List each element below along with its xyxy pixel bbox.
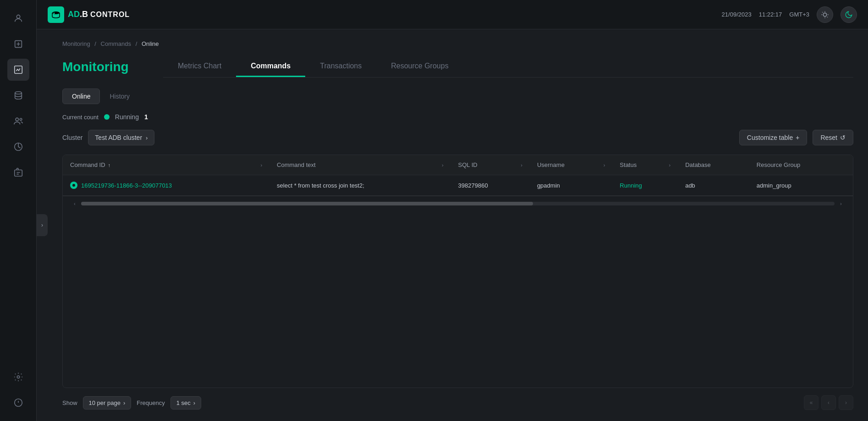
- cell-sql-id: 398279860: [451, 175, 530, 196]
- sidebar-item-database[interactable]: [7, 84, 29, 106]
- night-mode-button[interactable]: [841, 6, 857, 23]
- breadcrumb-sep-2: /: [136, 40, 137, 47]
- col-status: Status ›: [612, 155, 678, 175]
- col-sql-id-expand[interactable]: ›: [521, 162, 522, 168]
- svg-rect-7: [14, 170, 22, 177]
- col-username: Username ›: [530, 155, 612, 175]
- table-element: Command ID ↑ › Command text ›: [63, 155, 853, 196]
- current-count-label: Current count: [62, 114, 99, 121]
- running-count: 1: [144, 113, 148, 121]
- col-username-expand[interactable]: ›: [604, 162, 605, 168]
- svg-point-12: [823, 13, 827, 17]
- cell-database: adb: [678, 175, 749, 196]
- tab-resource-groups[interactable]: Resource Groups: [376, 56, 463, 77]
- theme-toggle-button[interactable]: [817, 6, 833, 23]
- plus-icon: +: [796, 134, 799, 141]
- col-resource-group: Resource Group: [749, 155, 853, 175]
- per-page-select[interactable]: 10 per page ›: [83, 396, 132, 410]
- col-sql-id: SQL ID ›: [451, 155, 530, 175]
- tab-commands[interactable]: Commands: [236, 56, 305, 77]
- sidebar-item-user[interactable]: [7, 7, 29, 29]
- reset-label: Reset: [820, 134, 837, 141]
- sidebar-item-info[interactable]: [7, 392, 29, 414]
- header: AD.B CONTROL 21/09/2023 11:22:17 GMT+3: [37, 0, 868, 29]
- col-command-id: Command ID ↑ ›: [63, 155, 269, 175]
- sidebar-item-export[interactable]: [7, 33, 29, 55]
- tabs-container: Metrics Chart Commands Transactions Reso…: [163, 56, 853, 78]
- page-title: Monitoring: [62, 60, 163, 74]
- logo-ad: AD: [68, 10, 80, 19]
- sub-tab-online[interactable]: Online: [62, 89, 100, 104]
- reset-icon: ↺: [840, 134, 846, 141]
- col-command-id-label: Command ID: [70, 161, 105, 168]
- customize-table-button[interactable]: Customize table +: [739, 130, 808, 145]
- toolbar-right: Customize table + Reset ↺: [739, 130, 853, 145]
- header-date: 21/09/2023: [722, 11, 752, 18]
- sidebar-item-analytics[interactable]: [7, 136, 29, 158]
- col-expand-icon[interactable]: ›: [260, 162, 262, 168]
- next-page-button[interactable]: ›: [839, 395, 853, 410]
- cell-command-text: select * from test cross join test2;: [269, 175, 450, 196]
- svg-point-10: [52, 11, 60, 14]
- cell-resource-group: admin_group: [749, 175, 853, 196]
- command-id-link[interactable]: 1695219736-11866-3--209077013: [81, 182, 172, 189]
- scroll-thumb: [81, 202, 533, 205]
- header-right: 21/09/2023 11:22:17 GMT+3: [722, 6, 857, 23]
- status-value: Running: [620, 182, 642, 189]
- sub-tab-history[interactable]: History: [100, 89, 139, 104]
- toolbar: Cluster Test ADB cluster › Customize tab…: [62, 130, 853, 145]
- breadcrumb: Monitoring / Commands / Online: [62, 40, 853, 47]
- svg-point-8: [17, 376, 20, 378]
- breadcrumb-online[interactable]: Online: [142, 40, 159, 47]
- logo-b: .B: [80, 10, 88, 19]
- logo-text: AD.B CONTROL: [68, 10, 130, 19]
- pagination-controls: « ‹ ›: [804, 395, 853, 410]
- status-bar: Current count Running 1: [62, 113, 853, 121]
- sidebar-expand-toggle[interactable]: ›: [37, 214, 48, 236]
- row-status-indicator: [70, 182, 77, 189]
- col-resource-group-label: Resource Group: [757, 161, 800, 168]
- scroll-right-arrow[interactable]: ›: [836, 199, 846, 208]
- frequency-select[interactable]: 1 sec ›: [170, 396, 201, 410]
- commands-table: Command ID ↑ › Command text ›: [62, 155, 853, 388]
- svg-point-3: [15, 92, 22, 94]
- sidebar-item-settings[interactable]: [7, 366, 29, 388]
- tab-metrics-chart[interactable]: Metrics Chart: [163, 56, 236, 77]
- chevron-right-icon: ›: [146, 134, 148, 141]
- col-database: Database: [678, 155, 749, 175]
- col-status-label: Status: [620, 161, 637, 168]
- page-body: › Monitoring / Commands / Online Monitor…: [37, 29, 868, 421]
- frequency-label: Frequency: [137, 399, 165, 406]
- show-label: Show: [62, 399, 77, 406]
- cluster-value: Test ADB cluster: [95, 134, 142, 141]
- svg-point-11: [54, 12, 55, 14]
- table-header-row: Command ID ↑ › Command text ›: [63, 155, 853, 175]
- cluster-select[interactable]: Test ADB cluster ›: [88, 130, 154, 145]
- cluster-label: Cluster: [62, 134, 82, 141]
- main-container: AD.B CONTROL 21/09/2023 11:22:17 GMT+3 ›…: [37, 0, 868, 421]
- scroll-track[interactable]: [81, 202, 835, 205]
- prev-page-button[interactable]: ‹: [821, 395, 836, 410]
- sidebar: [0, 0, 37, 421]
- running-label: Running: [115, 113, 139, 121]
- tab-transactions[interactable]: Transactions: [305, 56, 376, 77]
- reset-button[interactable]: Reset ↺: [813, 130, 853, 145]
- header-time: 11:22:17: [759, 11, 782, 18]
- sidebar-item-users[interactable]: [7, 110, 29, 132]
- col-status-expand[interactable]: ›: [669, 162, 670, 168]
- sort-icon: ↑: [108, 162, 111, 168]
- sidebar-item-jobs[interactable]: [7, 161, 29, 183]
- col-command-text: Command text ›: [269, 155, 450, 175]
- sidebar-item-monitoring[interactable]: [7, 59, 29, 81]
- col-command-text-expand[interactable]: ›: [442, 162, 444, 168]
- scroll-left-arrow[interactable]: ‹: [70, 199, 79, 208]
- cell-username: gpadmin: [530, 175, 612, 196]
- per-page-value: 10 per page: [89, 399, 121, 406]
- sub-tabs-container: Online History: [62, 89, 853, 104]
- customize-table-label: Customize table: [747, 134, 793, 141]
- col-username-label: Username: [537, 161, 565, 168]
- breadcrumb-monitoring[interactable]: Monitoring: [62, 40, 90, 47]
- first-page-button[interactable]: «: [804, 395, 819, 410]
- breadcrumb-commands[interactable]: Commands: [101, 40, 131, 47]
- cell-command-id: 1695219736-11866-3--209077013: [63, 175, 269, 196]
